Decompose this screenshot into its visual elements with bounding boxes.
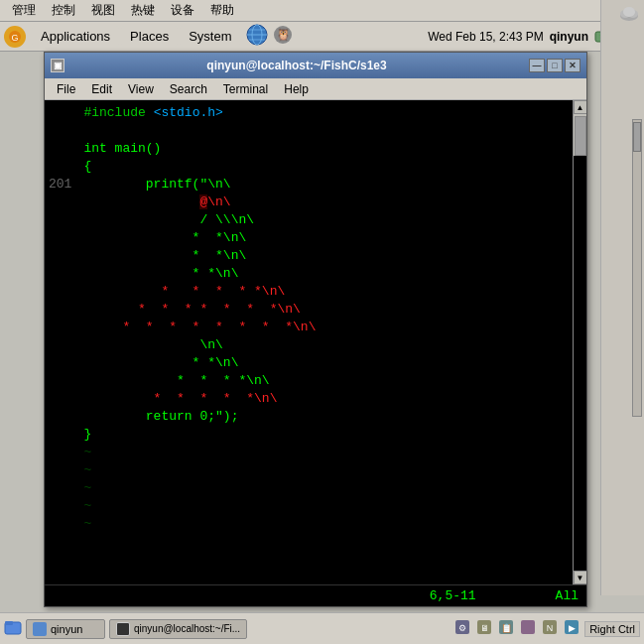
bird-icon: 🦉 — [272, 24, 294, 49]
code-line-stars2: * *\n\ — [83, 247, 569, 265]
terminal-titlebar: ▣ qinyun@localhost:~/FishC/s1e3 — □ ✕ — [45, 53, 586, 78]
svg-text:▶: ▶ — [569, 623, 576, 633]
code-line-red-row3: * * * * * * * *\n\ — [83, 319, 569, 336]
cursor-position: 6,5-11 — [430, 588, 476, 603]
code-line-main: int main() — [83, 140, 569, 158]
svg-text:G: G — [11, 33, 18, 43]
menubar-item-device[interactable]: 设备 — [163, 1, 202, 20]
code-line-red-row2: * * * * * * *\n\ — [83, 301, 569, 319]
window1-icon — [33, 622, 47, 636]
code-line-brace-close: } — [83, 426, 569, 444]
globe-icon — [246, 24, 268, 49]
svg-text:N: N — [547, 623, 554, 633]
scroll-down-arrow[interactable]: ▼ — [574, 571, 587, 584]
terminal-statusbar: 6,5-11 All — [45, 584, 586, 606]
applications-menu[interactable]: Applications — [32, 26, 119, 47]
menubar-item-control[interactable]: 控制 — [44, 1, 83, 20]
tray-icon-5: N — [541, 618, 559, 640]
code-line-printf: printf("\n\ — [83, 176, 569, 193]
code-line-brace-open: { — [83, 158, 569, 176]
code-line-trunk1: * *\n\ — [83, 354, 569, 372]
taskbar-window2[interactable]: qinyun@localhost:~/Fi... — [109, 619, 247, 639]
gnome-taskbar: G Applications Places System 🦉 Wed Feb 1… — [0, 22, 644, 52]
tray-icon-2: 🖥 — [475, 618, 493, 640]
terminal-scrollbar[interactable]: ▲ ▼ — [573, 100, 586, 584]
code-line-include: #include <stdio.h> — [83, 104, 569, 122]
window1-label: qinyun — [51, 623, 82, 635]
code-line-red-row1: * * * * *\n\ — [83, 283, 569, 301]
code-line-tilde5: ~ — [83, 515, 569, 533]
taskbar-window1[interactable]: qinyun — [26, 619, 105, 639]
code-line-stars1: * *\n\ — [83, 229, 569, 247]
maximize-button[interactable]: □ — [547, 59, 563, 72]
tray-icon-4 — [519, 618, 537, 640]
terminal-menubar: File Edit View Search Terminal Help — [45, 78, 586, 100]
code-line-tilde3: ~ — [83, 479, 569, 497]
scroll-thumb[interactable] — [575, 116, 586, 156]
menubar-item-manage[interactable]: 管理 — [4, 1, 44, 20]
menubar-item-view[interactable]: 视图 — [83, 1, 123, 20]
gnome-logo: G — [4, 26, 26, 48]
file-manager-icon — [4, 618, 22, 640]
minimize-button[interactable]: — — [529, 59, 545, 72]
menu-help[interactable]: Help — [276, 81, 317, 97]
svg-point-15 — [623, 7, 635, 17]
scroll-up-arrow[interactable]: ▲ — [574, 100, 587, 114]
menubar-item-hotkey[interactable]: 热键 — [123, 1, 163, 20]
chinese-menubar: 管理 控制 视图 热键 设备 帮助 — [0, 0, 644, 22]
bottom-taskbar: qinyun qinyun@localhost:~/Fi... ⚙ 🖥 📋 — [0, 612, 644, 644]
tray-icon-6: ▶ — [563, 618, 580, 640]
places-menu[interactable]: Places — [121, 26, 178, 47]
code-line-tilde4: ~ — [83, 497, 569, 515]
svg-rect-24 — [521, 620, 535, 634]
menu-view[interactable]: View — [120, 81, 162, 97]
code-line-empty-n: \n\ — [83, 336, 569, 354]
right-panel-top — [601, 0, 644, 30]
terminal-icon: ▣ — [51, 59, 64, 72]
window2-label: qinyun@localhost:~/Fi... — [134, 623, 240, 634]
svg-rect-17 — [5, 621, 13, 625]
code-line-red-base: * * * * *\n\ — [83, 390, 569, 408]
right-panel — [600, 0, 644, 595]
terminal-window: ▣ qinyun@localhost:~/FishC/s1e3 — □ ✕ Fi… — [44, 52, 587, 607]
menu-search[interactable]: Search — [162, 81, 215, 97]
menu-file[interactable]: File — [49, 81, 83, 97]
window-controls: — □ ✕ — [529, 59, 580, 72]
line-numbers: 201 — [45, 100, 75, 584]
menu-terminal[interactable]: Terminal — [215, 81, 276, 97]
right-ctrl-label: Right Ctrl — [584, 621, 640, 637]
username: qinyun — [550, 30, 588, 44]
menubar-item-help[interactable]: 帮助 — [202, 1, 242, 20]
window2-icon — [116, 622, 130, 636]
code-editor[interactable]: #include <stdio.h> int main() { printf("… — [75, 100, 573, 584]
clock: Wed Feb 15, 2:43 PM — [428, 30, 544, 44]
tray-icon-1: ⚙ — [453, 618, 471, 640]
svg-text:🖥: 🖥 — [480, 623, 489, 633]
code-line-tilde2: ~ — [83, 461, 569, 479]
code-line-trunk2: * * * *\n\ — [83, 372, 569, 390]
system-tray: ⚙ 🖥 📋 N — [453, 618, 640, 640]
terminal-content-wrapper: 201 #include <stdio.h> int main() { p — [45, 100, 586, 584]
svg-text:📋: 📋 — [501, 622, 513, 634]
code-line-blank1 — [83, 122, 569, 140]
scroll-position: All — [556, 588, 579, 603]
code-line-at: @\n\ — [83, 193, 569, 211]
tray-icon-3: 📋 — [497, 618, 515, 640]
terminal-title: qinyun@localhost:~/FishC/s1e3 — [68, 59, 525, 72]
menu-edit[interactable]: Edit — [83, 81, 120, 97]
code-line-stars3: * *\n\ — [83, 265, 569, 283]
cloud-icon — [618, 4, 640, 26]
svg-text:⚙: ⚙ — [458, 623, 466, 633]
close-button[interactable]: ✕ — [565, 59, 580, 72]
code-line-slash: / \\\n\ — [83, 211, 569, 229]
code-line-tilde1: ~ — [83, 444, 569, 461]
code-line-return: return 0;"); — [83, 408, 569, 426]
svg-text:🦉: 🦉 — [276, 27, 291, 42]
system-menu[interactable]: System — [180, 26, 240, 47]
